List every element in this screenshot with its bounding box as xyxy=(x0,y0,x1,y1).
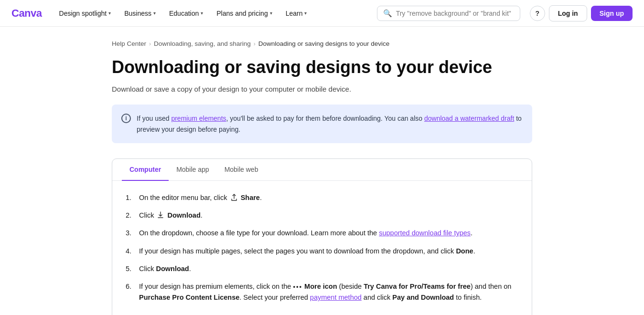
breadcrumb-separator: › xyxy=(149,41,151,47)
nav-education[interactable]: Education ▾ xyxy=(163,6,209,21)
share-label: Share xyxy=(241,194,260,201)
nav-design-spotlight-label: Design spotlight xyxy=(59,10,107,17)
more-icon-label: More icon xyxy=(304,283,337,290)
premium-elements-link[interactable]: premium elements xyxy=(171,115,226,122)
tabbed-card: Computer Mobile app Mobile web 1. On the… xyxy=(112,158,532,315)
breadcrumb-help-center[interactable]: Help Center xyxy=(112,40,146,47)
nav-plans-pricing[interactable]: Plans and pricing ▾ xyxy=(211,6,278,21)
download-icon xyxy=(157,211,164,219)
step-text: Click Download. xyxy=(139,210,518,221)
tab-mobile-web[interactable]: Mobile web xyxy=(217,159,266,181)
chevron-down-icon: ▾ xyxy=(153,10,156,16)
nav-learn-label: Learn xyxy=(286,10,303,17)
info-text-before-link1: If you used xyxy=(137,115,171,122)
download-label-2: Download xyxy=(156,265,189,273)
nav-education-label: Education xyxy=(169,10,199,17)
try-canva-label: Try Canva for Pro/Teams for free xyxy=(364,283,471,290)
chevron-down-icon: ▾ xyxy=(201,10,203,16)
search-icon: 🔍 xyxy=(383,9,392,18)
login-button[interactable]: Log in xyxy=(549,5,587,21)
breadcrumb-downloading-saving[interactable]: Downloading, saving, and sharing xyxy=(154,40,251,47)
logo[interactable]: Canva xyxy=(11,7,42,20)
tab-mobile-app[interactable]: Mobile app xyxy=(169,159,217,181)
info-text: If you used premium elements, you'll be … xyxy=(137,113,523,135)
nav-actions: ? Log in Sign up xyxy=(530,5,633,21)
search-bar: 🔍 xyxy=(377,6,520,21)
page-title: Downloading or saving designs to your de… xyxy=(112,57,532,77)
nav-design-spotlight[interactable]: Design spotlight ▾ xyxy=(54,6,117,21)
step-number: 2. xyxy=(126,210,135,221)
main-content: Help Center › Downloading, saving, and s… xyxy=(93,27,551,315)
page-subtitle: Download or save a copy of your design t… xyxy=(112,85,532,93)
pay-download-label: Pay and Download xyxy=(392,294,454,301)
nav-business[interactable]: Business ▾ xyxy=(118,6,161,21)
supported-download-link[interactable]: supported download file types xyxy=(379,229,471,237)
step-number: 1. xyxy=(126,192,135,203)
step-item: 6. If your design has premium elements, … xyxy=(126,281,518,303)
step-text: If your design has premium elements, cli… xyxy=(139,281,518,303)
chevron-down-icon: ▾ xyxy=(270,10,272,16)
step-number: 3. xyxy=(126,228,135,239)
help-button[interactable]: ? xyxy=(530,6,545,21)
share-icon xyxy=(230,194,238,201)
step-text: If your design has multiple pages, selec… xyxy=(139,246,518,257)
step-item: 5. Click Download. xyxy=(126,263,518,274)
step-text: On the editor menu bar, click Share. xyxy=(139,192,518,203)
breadcrumb-current: Downloading or saving designs to your de… xyxy=(258,40,390,47)
chevron-down-icon: ▾ xyxy=(108,10,111,16)
nav-business-label: Business xyxy=(124,10,151,17)
nav-learn[interactable]: Learn ▾ xyxy=(280,6,313,21)
nav-items: Design spotlight ▾ Business ▾ Education … xyxy=(54,6,373,21)
step-item: 4. If your design has multiple pages, se… xyxy=(126,246,518,257)
info-box: i If you used premium elements, you'll b… xyxy=(112,105,532,143)
more-dots-icon: ••• xyxy=(293,282,302,292)
info-icon: i xyxy=(121,114,131,123)
footer-note: You can find your design in your device'… xyxy=(126,313,518,315)
step-text: On the dropdown, choose a file type for … xyxy=(139,228,518,239)
step-number: 4. xyxy=(126,246,135,257)
signup-button[interactable]: Sign up xyxy=(591,6,633,21)
tab-content: 1. On the editor menu bar, click Share. … xyxy=(112,181,532,315)
step-text: Click Download. xyxy=(139,263,518,274)
info-text-middle: , you'll be asked to pay for them before… xyxy=(226,115,424,122)
step-item: 1. On the editor menu bar, click Share. xyxy=(126,192,518,203)
step-item: 2. Click Download. xyxy=(126,210,518,221)
breadcrumb: Help Center › Downloading, saving, and s… xyxy=(112,40,532,47)
step-list: 1. On the editor menu bar, click Share. … xyxy=(126,192,518,303)
navbar: Canva Design spotlight ▾ Business ▾ Educ… xyxy=(0,0,644,27)
nav-plans-pricing-label: Plans and pricing xyxy=(216,10,268,17)
chevron-down-icon: ▾ xyxy=(304,10,307,16)
logo-text: Canva xyxy=(11,7,42,19)
search-input[interactable] xyxy=(396,10,514,17)
tab-computer[interactable]: Computer xyxy=(122,159,169,181)
download-label: Download xyxy=(167,211,200,219)
purchase-license-label: Purchase Pro Content License xyxy=(139,294,239,301)
watermarked-draft-link[interactable]: download a watermarked draft xyxy=(424,115,514,122)
breadcrumb-separator: › xyxy=(254,41,256,47)
step-number: 6. xyxy=(126,281,135,303)
step-item: 3. On the dropdown, choose a file type f… xyxy=(126,228,518,239)
done-label: Done xyxy=(456,247,473,255)
payment-method-link[interactable]: payment method xyxy=(310,294,362,301)
step-number: 5. xyxy=(126,263,135,274)
tab-bar: Computer Mobile app Mobile web xyxy=(112,159,532,181)
help-icon: ? xyxy=(535,10,539,17)
